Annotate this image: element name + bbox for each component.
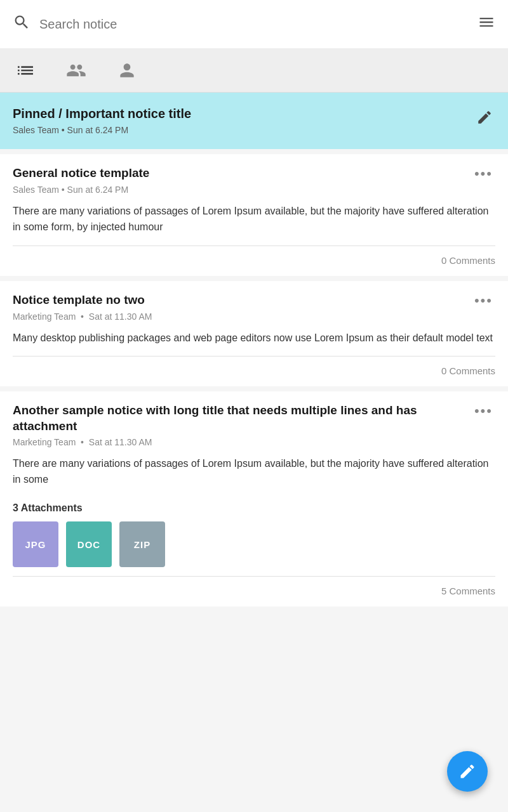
notice-time: Sun at 6.24 PM bbox=[67, 185, 129, 195]
notice-more-button[interactable]: ••• bbox=[472, 292, 495, 309]
notice-meta: Sales Team • Sun at 6.24 PM bbox=[13, 185, 495, 195]
pinned-notice: Pinned / Important notice title Sales Te… bbox=[0, 93, 508, 149]
notice-meta: Marketing Team • Sat at 11.30 AM bbox=[13, 311, 495, 322]
attachments-row: JPG DOC ZIP bbox=[13, 521, 495, 567]
notice-team: Marketing Team bbox=[13, 311, 76, 322]
notice-time: Sat at 11.30 AM bbox=[89, 311, 152, 322]
search-bar bbox=[0, 0, 508, 48]
notice-card: Another sample notice with long title th… bbox=[0, 391, 508, 606]
pinned-notice-title: Pinned / Important notice title bbox=[13, 107, 466, 121]
pinned-time: Sun at 6.24 PM bbox=[67, 125, 129, 135]
notice-title: Notice template no two bbox=[13, 292, 465, 308]
pinned-notice-content: Pinned / Important notice title Sales Te… bbox=[13, 107, 466, 135]
notice-comments: 5 Comments bbox=[13, 577, 495, 606]
notice-body: There are many variations of passages of… bbox=[13, 456, 495, 498]
notice-title: General notice template bbox=[13, 166, 465, 181]
notice-card-header: Another sample notice with long title th… bbox=[13, 403, 495, 434]
filter-tabs bbox=[0, 48, 508, 93]
notice-more-button[interactable]: ••• bbox=[472, 166, 495, 182]
notice-time: Sat at 11.30 AM bbox=[89, 437, 152, 447]
notice-card: General notice template ••• Sales Team •… bbox=[0, 154, 508, 276]
notices-list: General notice template ••• Sales Team •… bbox=[0, 154, 508, 606]
notice-team: Marketing Team bbox=[13, 437, 76, 447]
pinned-notice-meta: Sales Team • Sun at 6.24 PM bbox=[13, 125, 466, 135]
attachment-zip[interactable]: ZIP bbox=[119, 521, 165, 567]
filter-tab-person[interactable] bbox=[114, 55, 140, 86]
notice-team: Sales Team bbox=[13, 185, 59, 195]
notice-body: Many desktop publishing packages and web… bbox=[13, 331, 495, 357]
pinned-edit-button[interactable] bbox=[474, 107, 495, 130]
attachment-jpg[interactable]: JPG bbox=[13, 521, 58, 567]
compose-fab-button[interactable] bbox=[447, 751, 488, 792]
menu-icon[interactable] bbox=[478, 13, 495, 35]
notice-comments: 0 Comments bbox=[13, 357, 495, 386]
search-icon bbox=[13, 13, 30, 35]
search-input[interactable] bbox=[39, 17, 469, 32]
filter-tab-group[interactable] bbox=[64, 55, 89, 86]
notice-card-header: Notice template no two ••• bbox=[13, 292, 495, 309]
notice-card: Notice template no two ••• Marketing Tea… bbox=[0, 281, 508, 387]
filter-tab-all[interactable] bbox=[13, 55, 38, 86]
attachment-doc[interactable]: DOC bbox=[66, 521, 112, 567]
notice-comments: 0 Comments bbox=[13, 246, 495, 276]
pinned-team: Sales Team bbox=[13, 125, 59, 135]
notice-meta: Marketing Team • Sat at 11.30 AM bbox=[13, 437, 495, 447]
notice-body: There are many variations of passages of… bbox=[13, 204, 495, 246]
attachments-label: 3 Attachments bbox=[13, 502, 495, 514]
notice-card-header: General notice template ••• bbox=[13, 166, 495, 182]
notice-more-button[interactable]: ••• bbox=[472, 403, 495, 419]
notice-title: Another sample notice with long title th… bbox=[13, 403, 465, 434]
